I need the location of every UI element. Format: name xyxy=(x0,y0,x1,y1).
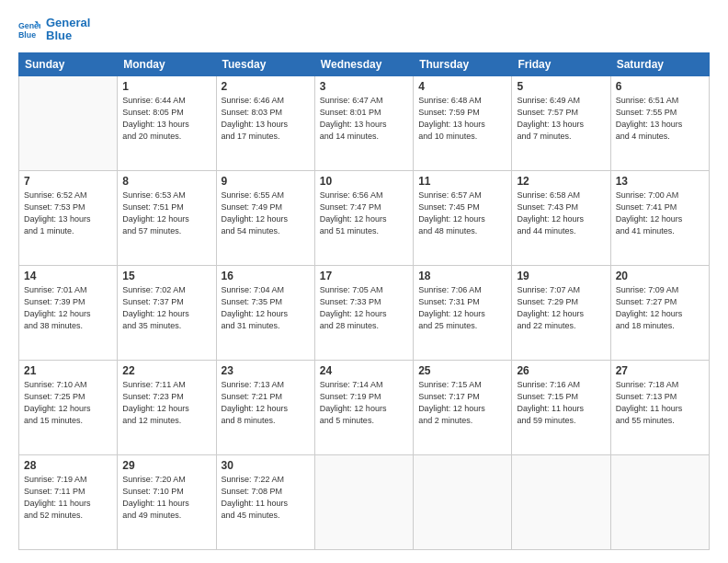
day-info: Sunrise: 7:09 AM Sunset: 7:27 PM Dayligh… xyxy=(616,284,704,332)
weekday-header-cell: Wednesday xyxy=(314,52,413,75)
day-info: Sunrise: 6:48 AM Sunset: 7:59 PM Dayligh… xyxy=(418,95,506,143)
logo-icon: General Blue xyxy=(18,18,40,40)
day-number: 2 xyxy=(222,80,310,93)
day-number: 12 xyxy=(517,175,605,188)
calendar-day-cell: 1Sunrise: 6:44 AM Sunset: 8:05 PM Daylig… xyxy=(118,75,216,170)
svg-text:Blue: Blue xyxy=(18,30,36,40)
logo-general: General xyxy=(46,17,90,29)
day-number: 30 xyxy=(222,459,310,472)
calendar-day-cell: 26Sunrise: 7:16 AM Sunset: 7:15 PM Dayli… xyxy=(512,360,610,454)
day-number: 28 xyxy=(24,459,112,472)
calendar-day-cell: 3Sunrise: 6:47 AM Sunset: 8:01 PM Daylig… xyxy=(314,75,413,170)
calendar-day-cell: 10Sunrise: 6:56 AM Sunset: 7:47 PM Dayli… xyxy=(314,170,413,265)
day-number: 20 xyxy=(616,270,704,282)
day-info: Sunrise: 6:49 AM Sunset: 7:57 PM Dayligh… xyxy=(517,95,605,143)
day-info: Sunrise: 7:02 AM Sunset: 7:37 PM Dayligh… xyxy=(122,284,210,332)
logo: General Blue General Blue xyxy=(18,17,90,43)
day-number: 24 xyxy=(320,364,408,377)
calendar-day-cell: 25Sunrise: 7:15 AM Sunset: 7:17 PM Dayli… xyxy=(414,360,512,454)
calendar-page: General Blue General Blue SundayMondayTu… xyxy=(0,0,728,563)
calendar-week-row: 21Sunrise: 7:10 AM Sunset: 7:25 PM Dayli… xyxy=(19,360,710,454)
calendar-day-cell xyxy=(19,75,118,170)
day-info: Sunrise: 7:14 AM Sunset: 7:19 PM Dayligh… xyxy=(320,379,408,427)
calendar-day-cell: 16Sunrise: 7:04 AM Sunset: 7:35 PM Dayli… xyxy=(216,265,314,360)
day-number: 23 xyxy=(222,364,310,377)
day-number: 18 xyxy=(418,270,506,282)
day-info: Sunrise: 7:00 AM Sunset: 7:41 PM Dayligh… xyxy=(616,190,704,237)
calendar-week-row: 14Sunrise: 7:01 AM Sunset: 7:39 PM Dayli… xyxy=(19,265,710,360)
calendar-day-cell: 15Sunrise: 7:02 AM Sunset: 7:37 PM Dayli… xyxy=(118,265,216,360)
day-info: Sunrise: 7:01 AM Sunset: 7:39 PM Dayligh… xyxy=(24,284,112,332)
day-number: 22 xyxy=(122,364,210,377)
day-number: 8 xyxy=(122,175,210,188)
weekday-header-cell: Tuesday xyxy=(216,52,314,75)
calendar-day-cell: 17Sunrise: 7:05 AM Sunset: 7:33 PM Dayli… xyxy=(314,265,413,360)
calendar-day-cell xyxy=(314,454,413,549)
calendar-day-cell xyxy=(414,454,512,549)
day-info: Sunrise: 7:10 AM Sunset: 7:25 PM Dayligh… xyxy=(24,379,112,427)
calendar-day-cell: 30Sunrise: 7:22 AM Sunset: 7:08 PM Dayli… xyxy=(216,454,314,549)
calendar-week-row: 28Sunrise: 7:19 AM Sunset: 7:11 PM Dayli… xyxy=(19,454,710,549)
calendar-day-cell: 13Sunrise: 7:00 AM Sunset: 7:41 PM Dayli… xyxy=(610,170,709,265)
day-number: 21 xyxy=(24,364,112,377)
calendar-day-cell: 14Sunrise: 7:01 AM Sunset: 7:39 PM Dayli… xyxy=(19,265,118,360)
day-number: 16 xyxy=(222,270,310,282)
calendar-day-cell: 12Sunrise: 6:58 AM Sunset: 7:43 PM Dayli… xyxy=(512,170,610,265)
day-number: 10 xyxy=(320,175,408,188)
calendar-day-cell: 8Sunrise: 6:53 AM Sunset: 7:51 PM Daylig… xyxy=(118,170,216,265)
day-number: 19 xyxy=(517,270,605,282)
weekday-header-cell: Friday xyxy=(512,52,610,75)
day-info: Sunrise: 6:46 AM Sunset: 8:03 PM Dayligh… xyxy=(222,95,310,143)
day-number: 11 xyxy=(418,175,506,188)
day-number: 29 xyxy=(122,459,210,472)
weekday-header-cell: Monday xyxy=(118,52,216,75)
day-info: Sunrise: 7:11 AM Sunset: 7:23 PM Dayligh… xyxy=(122,379,210,427)
day-info: Sunrise: 7:19 AM Sunset: 7:11 PM Dayligh… xyxy=(24,474,112,522)
day-info: Sunrise: 7:06 AM Sunset: 7:31 PM Dayligh… xyxy=(418,284,506,332)
day-number: 7 xyxy=(24,175,112,188)
calendar-day-cell: 29Sunrise: 7:20 AM Sunset: 7:10 PM Dayli… xyxy=(118,454,216,549)
day-info: Sunrise: 7:18 AM Sunset: 7:13 PM Dayligh… xyxy=(616,379,704,427)
calendar-day-cell xyxy=(512,454,610,549)
weekday-header-cell: Sunday xyxy=(19,52,118,75)
day-info: Sunrise: 6:55 AM Sunset: 7:49 PM Dayligh… xyxy=(222,190,310,237)
day-info: Sunrise: 7:15 AM Sunset: 7:17 PM Dayligh… xyxy=(418,379,506,427)
day-info: Sunrise: 7:04 AM Sunset: 7:35 PM Dayligh… xyxy=(222,284,310,332)
header: General Blue General Blue xyxy=(18,17,710,43)
day-info: Sunrise: 6:51 AM Sunset: 7:55 PM Dayligh… xyxy=(616,95,704,143)
day-info: Sunrise: 6:52 AM Sunset: 7:53 PM Dayligh… xyxy=(24,190,112,237)
calendar-day-cell: 24Sunrise: 7:14 AM Sunset: 7:19 PM Dayli… xyxy=(314,360,413,454)
day-info: Sunrise: 7:22 AM Sunset: 7:08 PM Dayligh… xyxy=(222,474,310,522)
day-info: Sunrise: 6:53 AM Sunset: 7:51 PM Dayligh… xyxy=(122,190,210,237)
calendar-day-cell: 18Sunrise: 7:06 AM Sunset: 7:31 PM Dayli… xyxy=(414,265,512,360)
calendar-day-cell: 21Sunrise: 7:10 AM Sunset: 7:25 PM Dayli… xyxy=(19,360,118,454)
day-info: Sunrise: 6:47 AM Sunset: 8:01 PM Dayligh… xyxy=(320,95,408,143)
day-info: Sunrise: 7:07 AM Sunset: 7:29 PM Dayligh… xyxy=(517,284,605,332)
day-number: 14 xyxy=(24,270,112,282)
day-number: 6 xyxy=(616,80,704,93)
calendar-day-cell: 20Sunrise: 7:09 AM Sunset: 7:27 PM Dayli… xyxy=(610,265,709,360)
calendar-day-cell: 7Sunrise: 6:52 AM Sunset: 7:53 PM Daylig… xyxy=(19,170,118,265)
calendar-day-cell: 4Sunrise: 6:48 AM Sunset: 7:59 PM Daylig… xyxy=(414,75,512,170)
day-number: 15 xyxy=(122,270,210,282)
day-number: 25 xyxy=(418,364,506,377)
logo-blue: Blue xyxy=(46,29,90,42)
day-info: Sunrise: 6:57 AM Sunset: 7:45 PM Dayligh… xyxy=(418,190,506,237)
day-number: 3 xyxy=(320,80,408,93)
calendar-day-cell: 11Sunrise: 6:57 AM Sunset: 7:45 PM Dayli… xyxy=(414,170,512,265)
day-number: 26 xyxy=(517,364,605,377)
calendar-day-cell xyxy=(610,454,709,549)
calendar-day-cell: 2Sunrise: 6:46 AM Sunset: 8:03 PM Daylig… xyxy=(216,75,314,170)
day-info: Sunrise: 6:44 AM Sunset: 8:05 PM Dayligh… xyxy=(122,95,210,143)
day-info: Sunrise: 7:13 AM Sunset: 7:21 PM Dayligh… xyxy=(222,379,310,427)
day-number: 17 xyxy=(320,270,408,282)
calendar-day-cell: 28Sunrise: 7:19 AM Sunset: 7:11 PM Dayli… xyxy=(19,454,118,549)
calendar-table: SundayMondayTuesdayWednesdayThursdayFrid… xyxy=(18,52,710,550)
day-number: 4 xyxy=(418,80,506,93)
day-number: 5 xyxy=(517,80,605,93)
day-number: 9 xyxy=(222,175,310,188)
calendar-day-cell: 23Sunrise: 7:13 AM Sunset: 7:21 PM Dayli… xyxy=(216,360,314,454)
calendar-week-row: 7Sunrise: 6:52 AM Sunset: 7:53 PM Daylig… xyxy=(19,170,710,265)
day-number: 13 xyxy=(616,175,704,188)
calendar-day-cell: 22Sunrise: 7:11 AM Sunset: 7:23 PM Dayli… xyxy=(118,360,216,454)
